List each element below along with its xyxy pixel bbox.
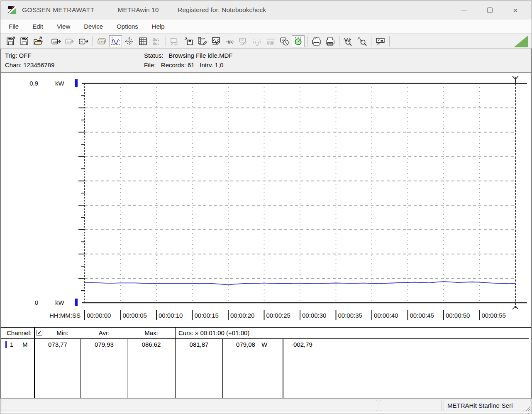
power-chart[interactable] xyxy=(1,73,529,327)
maximize-button[interactable] xyxy=(477,0,503,20)
row-min-value: 073,77 xyxy=(34,341,81,348)
zoom-vertical-icon[interactable] xyxy=(356,35,368,47)
maximize-icon xyxy=(487,7,493,13)
title-registered: Registered for: Notebookcheck xyxy=(178,6,266,14)
app-logo-icon xyxy=(7,6,17,14)
read-memory-icon[interactable]: M xyxy=(77,35,90,47)
title-bar: GOSSEN METRAWATT METRAwin 10 Registered … xyxy=(0,0,532,20)
toolbar-separator xyxy=(93,36,93,47)
import-from-device-icon[interactable] xyxy=(182,35,195,47)
x-tick-label: 00:00:35 xyxy=(338,312,362,319)
header-channel: Channel: xyxy=(7,329,32,336)
status-panel-middle xyxy=(380,400,442,411)
x-tick-label: 00:00:10 xyxy=(159,312,183,319)
header-min: Min: xyxy=(44,329,81,336)
save-as-icon[interactable] xyxy=(18,35,31,47)
formula-icon[interactable]: =f(x) xyxy=(223,35,236,47)
brand-triangle-icon xyxy=(514,36,528,47)
pulse-output-icon[interactable] xyxy=(264,35,277,47)
chart-view-icon[interactable] xyxy=(109,35,122,47)
read-device-icon[interactable]: 321 xyxy=(50,35,63,47)
x-tick-label: 00:00:40 xyxy=(374,312,398,319)
y-axis-unit-top: kW xyxy=(55,80,64,87)
y-axis-max-label: 0,9 xyxy=(25,80,38,87)
row-channel-mode: M xyxy=(22,341,28,348)
chart-panel[interactable]: 0,9 kW 0 kW HH:MM:SS 00:00:0000:00:0500:… xyxy=(0,73,532,327)
device-name: METRAHit Starline-Seri xyxy=(444,400,531,409)
x-tick-label: 00:00:55 xyxy=(482,312,506,319)
monitor-settings-icon[interactable] xyxy=(210,35,222,47)
window-controls: × xyxy=(451,0,528,20)
title-brand: GOSSEN METRAWATT xyxy=(22,6,94,14)
table-view-icon[interactable] xyxy=(137,35,149,47)
svg-text:321: 321 xyxy=(240,39,245,42)
x-tick-label: 00:00:15 xyxy=(195,312,219,319)
toolbar: 321 321 M 1257 =f(x) 321 1/2 xyxy=(0,33,532,49)
timer-active-icon[interactable] xyxy=(292,35,305,47)
trigger-status: Trig: OFF xyxy=(5,52,32,59)
svg-text:M: M xyxy=(81,39,83,43)
open-file-icon[interactable] xyxy=(32,35,44,47)
row-channel-number[interactable]: 1 xyxy=(10,341,13,348)
header-max: Max: xyxy=(127,329,175,336)
menu-view[interactable]: View xyxy=(52,21,75,32)
x-tick-label: 00:00:00 xyxy=(87,312,111,319)
minimize-icon xyxy=(461,10,467,10)
measurement-table: Channel: ✔ Min: Avr: Max: Curs: » 00:01:… xyxy=(0,327,532,398)
header-cursor: Curs: » 00:01:00 (+01:00) xyxy=(178,329,249,336)
close-button[interactable]: × xyxy=(503,0,528,20)
status-bar: METRAHit Starline-Seri xyxy=(0,398,532,412)
header-avr: Avr: xyxy=(81,329,127,336)
channel-settings-icon[interactable] xyxy=(196,35,209,47)
y-axis-min-label: 0 xyxy=(25,299,38,306)
histogram-view-icon[interactable] xyxy=(150,35,163,47)
channel-color-marker xyxy=(5,341,7,348)
status-panel-device: METRAHit Starline-Seri xyxy=(444,400,531,411)
menu-device[interactable]: Device xyxy=(79,21,108,32)
channel-scale-marker-bottom[interactable] xyxy=(75,299,78,306)
channel-visible-checkbox[interactable]: ✔ xyxy=(37,330,42,336)
menu-help[interactable]: Help xyxy=(147,21,170,32)
x-axis-label: HH:MM:SS xyxy=(41,312,81,319)
zoom-horizontal-icon[interactable] xyxy=(342,35,355,47)
x-tick-label: 00:00:50 xyxy=(446,312,470,319)
row-cursor-a-value: 081,87 xyxy=(175,341,223,348)
x-tick-label: 00:00:05 xyxy=(123,312,147,319)
x-tick-label: 00:00:25 xyxy=(266,312,290,319)
display-settings-icon[interactable]: 321 xyxy=(237,35,250,47)
row-delta-value: -002,79 xyxy=(291,341,312,348)
time-settings-icon[interactable]: 1/2 xyxy=(278,35,291,47)
toolbar-separator xyxy=(371,36,371,47)
x-tick-label: 00:00:20 xyxy=(230,312,254,319)
svg-text:321: 321 xyxy=(53,40,58,43)
numeric-display-icon[interactable]: 1257 xyxy=(95,35,108,47)
y-axis-unit-bottom: kW xyxy=(55,299,64,306)
menu-edit[interactable]: Edit xyxy=(27,21,48,32)
channel-list: Chan: 123456789 xyxy=(5,61,54,69)
svg-text:=f(x): =f(x) xyxy=(225,39,233,44)
annotation-icon[interactable] xyxy=(374,35,387,47)
row-unit: W xyxy=(261,341,267,348)
toolbar-separator xyxy=(166,36,166,47)
channel-scale-marker-top[interactable] xyxy=(75,79,78,87)
print-preview-icon[interactable] xyxy=(310,35,323,47)
app-window: GOSSEN METRAWATT METRAwin 10 Registered … xyxy=(0,0,532,414)
resize-grip[interactable] xyxy=(524,405,531,412)
toolbar-separator xyxy=(389,36,390,47)
save-file-icon[interactable] xyxy=(4,35,17,47)
export-data-icon[interactable] xyxy=(168,35,181,47)
close-icon: × xyxy=(513,6,518,15)
toolbar-separator xyxy=(339,36,339,47)
analog-output-icon[interactable] xyxy=(251,35,264,47)
menu-file[interactable]: File xyxy=(4,21,24,32)
file-status: Status: Browsing File idle.MDF xyxy=(144,52,232,59)
print-icon[interactable] xyxy=(324,35,337,47)
minimize-button[interactable] xyxy=(451,0,477,20)
cursor-crosshair-icon[interactable] xyxy=(123,35,136,47)
file-records: File: Records: 61 Intrv. 1,0 xyxy=(144,61,223,69)
table-header-divider xyxy=(1,338,529,339)
svg-text:321: 321 xyxy=(66,40,71,43)
send-device-icon[interactable]: 321 xyxy=(63,35,76,47)
menu-options[interactable]: Options xyxy=(112,21,143,32)
x-tick-label: 00:00:45 xyxy=(410,312,434,319)
